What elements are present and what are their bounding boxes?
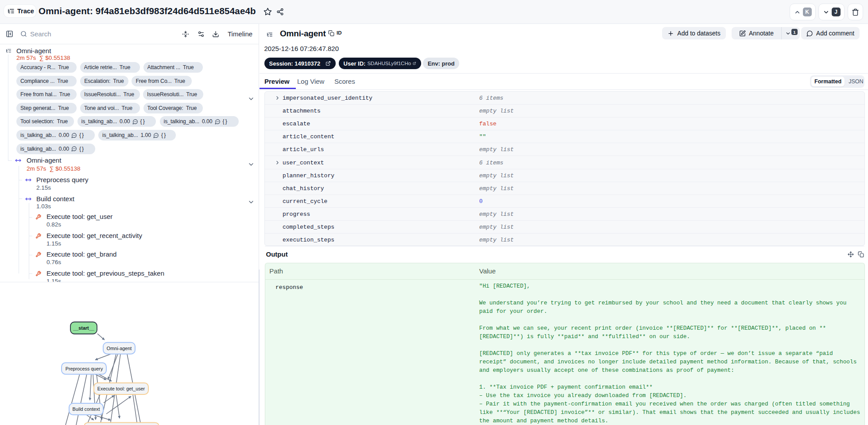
svg-text:Build context: Build context [73,406,100,412]
svg-text:Execute tool: get_user: Execute tool: get_user [97,386,145,391]
svg-text:Preprocess query: Preprocess query [66,366,103,371]
svg-text:Omni-agent: Omni-agent [107,346,132,351]
svg-text:__start__: __start__ [73,325,94,331]
